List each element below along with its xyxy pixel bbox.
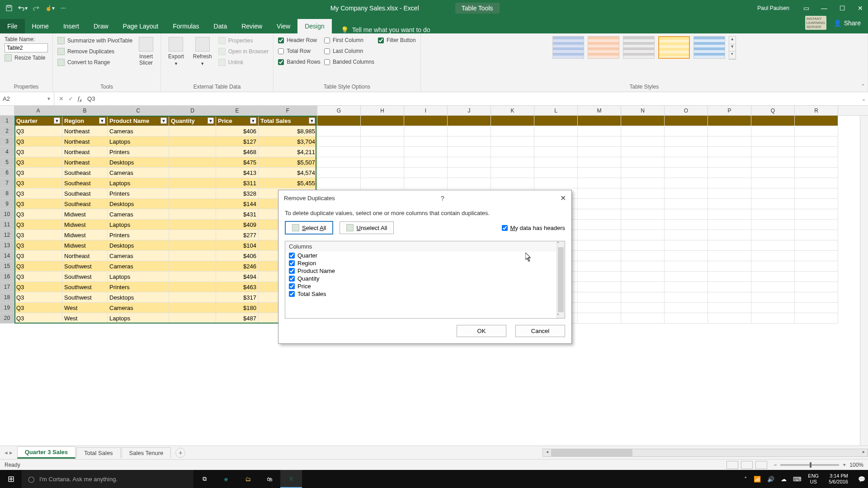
unselect-all-icon [346, 224, 354, 231]
cancel-button[interactable]: Cancel [515, 325, 565, 337]
column-check-item[interactable]: Quantity [285, 275, 565, 282]
unselect-all-button[interactable]: Unselect All [340, 221, 394, 234]
column-check-item[interactable]: Product Name [285, 267, 565, 275]
column-check-item[interactable]: Quarter [285, 252, 565, 259]
column-check-item[interactable]: Region [285, 259, 565, 267]
dialog-close-icon[interactable]: ✕ [560, 194, 566, 202]
column-check-item[interactable]: Price [285, 282, 565, 290]
columns-listbox[interactable]: Columns Quarter Region Product Name Quan… [285, 241, 565, 319]
dialog-overlay: Remove Duplicates ? ✕ To delete duplicat… [0, 0, 868, 488]
column-check-item[interactable]: Total Sales [285, 290, 565, 298]
columns-scrollbar[interactable]: ˄˅ [557, 241, 565, 318]
my-data-has-headers-check[interactable]: My data has headers [502, 225, 565, 231]
dialog-help-icon[interactable]: ? [441, 195, 444, 202]
select-all-button[interactable]: Select All [285, 221, 333, 235]
ok-button[interactable]: OK [457, 325, 506, 337]
columns-header: Columns [285, 241, 565, 252]
dialog-instruction: To delete duplicate values, select one o… [285, 210, 565, 216]
select-all-icon [292, 224, 299, 231]
dialog-title-text: Remove Duplicates [284, 195, 335, 202]
remove-duplicates-dialog: Remove Duplicates ? ✕ To delete duplicat… [278, 190, 572, 344]
